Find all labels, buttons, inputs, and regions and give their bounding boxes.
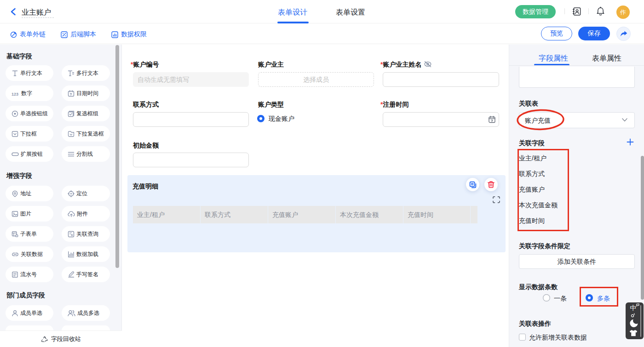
- svg-text:123: 123: [12, 91, 18, 96]
